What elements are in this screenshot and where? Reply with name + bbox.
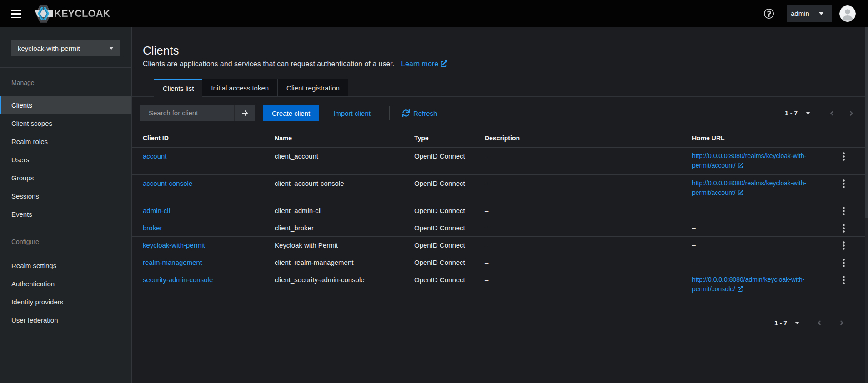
scrollbar-thumb[interactable] (865, 27, 868, 218)
nav-group-label-manage: Manage (11, 79, 131, 86)
pagination-range: 1 - 7 (774, 319, 787, 327)
client-id-link[interactable]: realm-management (143, 259, 202, 266)
client-id-link[interactable]: broker (143, 224, 162, 232)
refresh-label: Refresh (413, 109, 437, 117)
sidebar-item-user-federation[interactable]: User federation (0, 311, 131, 329)
cell-type: OpenID Connect (414, 202, 485, 219)
cell-type: OpenID Connect (414, 237, 485, 254)
sidebar-item-events[interactable]: Events (0, 205, 131, 223)
angle-right-icon (848, 109, 854, 117)
cell-type: OpenID Connect (414, 254, 485, 271)
cell-home-url: – (692, 202, 832, 219)
sidebar-item-realm-roles[interactable]: Realm roles (0, 132, 131, 150)
pagination-prev-button[interactable] (829, 109, 835, 117)
angle-left-icon (829, 109, 835, 117)
search-submit-button[interactable] (234, 105, 255, 121)
home-url-link[interactable]: http://0.0.0.0:8080/admin/keycloak-with-… (692, 276, 804, 293)
cell-home-url: – (692, 219, 832, 237)
column-header-actions (832, 129, 865, 148)
table-row: broker client_broker OpenID Connect – – (132, 219, 865, 237)
home-url-link[interactable]: http://0.0.0.0:8080/realms/keycloak-with… (692, 152, 806, 169)
help-icon[interactable] (763, 8, 774, 19)
tab-initial-access-token[interactable]: Initial access token (202, 79, 278, 97)
client-id-link[interactable]: security-admin-console (143, 276, 213, 284)
tab-clients-list[interactable]: Clients list (154, 79, 202, 97)
table-row: security-admin-console client_security-a… (132, 271, 865, 300)
kebab-vertical-icon (843, 207, 845, 215)
angle-right-icon (839, 319, 845, 327)
cell-name: client_security-admin-console (275, 271, 414, 300)
column-header-name: Name (275, 129, 414, 148)
row-actions-kebab-button[interactable] (839, 240, 848, 251)
sidebar-item-users[interactable]: Users (0, 150, 131, 169)
cell-name: client_account-console (275, 175, 414, 202)
external-link-icon (441, 60, 447, 69)
external-link-icon (738, 189, 743, 198)
sidebar-item-clients[interactable]: Clients (0, 96, 131, 114)
cell-description: – (485, 237, 692, 254)
page-title: Clients (143, 44, 857, 57)
sidebar-item-sessions[interactable]: Sessions (0, 187, 131, 205)
kebab-vertical-icon (843, 276, 845, 284)
cell-type: OpenID Connect (414, 271, 485, 300)
client-id-link[interactable]: admin-cli (143, 207, 170, 214)
cell-name: client_realm-management (275, 254, 414, 271)
client-id-link[interactable]: keycloak-with-permit (143, 241, 205, 249)
clients-table: Client ID Name Type Description Home URL… (132, 129, 865, 300)
nav-toggle-hamburger-icon[interactable] (11, 10, 21, 18)
pagination-next-button[interactable] (848, 109, 854, 117)
cell-home-url: – (692, 237, 832, 254)
kebab-vertical-icon (843, 259, 845, 267)
home-url-link[interactable]: http://0.0.0.0:8080/realms/keycloak-with… (692, 179, 806, 196)
cell-name: client_broker (275, 219, 414, 237)
row-actions-kebab-button[interactable] (839, 258, 848, 268)
sidebar-item-realm-settings[interactable]: Realm settings (0, 256, 131, 274)
user-name: admin (791, 10, 809, 17)
sidebar-item-groups[interactable]: Groups (0, 169, 131, 187)
main-content: Clients Clients are applications and ser… (132, 27, 868, 383)
sidebar-item-authentication[interactable]: Authentication (0, 274, 131, 293)
page-header: Clients Clients are applications and ser… (132, 27, 868, 69)
user-menu-dropdown[interactable]: admin (787, 5, 832, 22)
row-actions-kebab-button[interactable] (839, 223, 848, 234)
column-header-home-url: Home URL (692, 129, 832, 148)
pagination-next-button[interactable] (839, 319, 845, 327)
sidebar-item-identity-providers[interactable]: Identity providers (0, 293, 131, 311)
pagination-range: 1 - 7 (785, 109, 798, 117)
arrow-right-icon (241, 110, 249, 116)
caret-down-icon (818, 12, 824, 15)
sidebar-item-client-scopes[interactable]: Client scopes (0, 114, 131, 132)
table-row: admin-cli client_admin-cli OpenID Connec… (132, 202, 865, 219)
sidebar-nav: Manage ClientsClient scopesRealm rolesUs… (0, 79, 131, 329)
caret-down-icon[interactable] (806, 112, 810, 114)
caret-down-icon (109, 47, 114, 50)
row-actions-kebab-button[interactable] (839, 275, 848, 285)
table-row: realm-management client_realm-management… (132, 254, 865, 271)
row-actions-kebab-button[interactable] (839, 179, 848, 189)
search-input[interactable] (149, 109, 239, 117)
angle-left-icon (816, 319, 822, 327)
tabs: Clients listInitial access tokenClient r… (132, 79, 868, 97)
cell-description: – (485, 254, 692, 271)
avatar[interactable] (839, 5, 856, 22)
scrollbar[interactable] (865, 27, 868, 383)
learn-more-link[interactable]: Learn more (401, 60, 447, 68)
import-client-link[interactable]: Import client (333, 109, 371, 117)
create-client-button[interactable]: Create client (263, 105, 319, 121)
tab-client-registration[interactable]: Client registration (278, 79, 348, 97)
row-actions-kebab-button[interactable] (839, 206, 848, 216)
client-id-link[interactable]: account-console (143, 179, 192, 187)
caret-down-icon[interactable] (795, 322, 799, 324)
refresh-button[interactable]: Refresh (402, 109, 437, 117)
keycloak-logo[interactable]: KEYCLOAK (34, 4, 110, 23)
keycloak-logo-icon (34, 4, 53, 23)
cell-home-url: http://0.0.0.0:8080/realms/keycloak-with… (692, 148, 832, 175)
cell-description: – (485, 271, 692, 300)
client-id-link[interactable]: account (143, 152, 167, 160)
cell-type: OpenID Connect (414, 148, 485, 175)
row-actions-kebab-button[interactable] (839, 151, 848, 162)
nav-group-label-configure: Configure (11, 238, 131, 245)
pagination-prev-button[interactable] (816, 319, 822, 327)
cell-description: – (485, 219, 692, 237)
realm-selector[interactable]: keycloak-with-permit (11, 40, 120, 56)
